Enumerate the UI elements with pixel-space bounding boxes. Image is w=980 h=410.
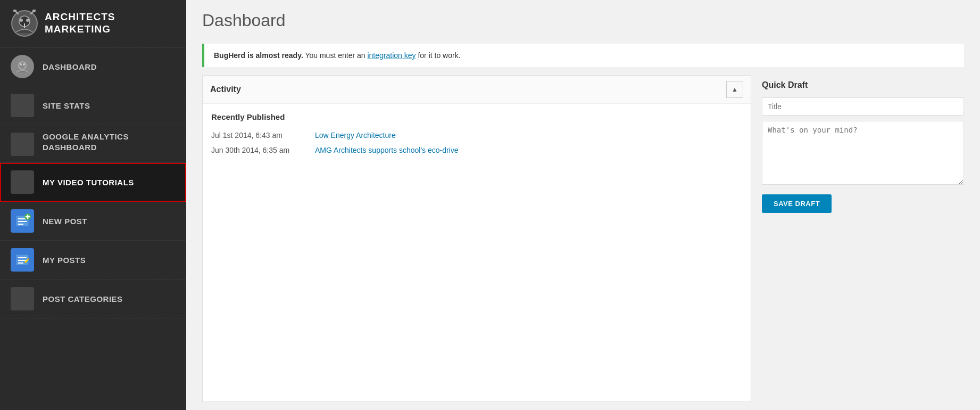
sidebar-item-new-post[interactable]: NEW POST — [0, 202, 186, 241]
quick-draft-panel: Quick Draft SAVE DRAFT — [762, 75, 964, 402]
content-area: BugHerd is almost ready. You must enter … — [186, 36, 980, 410]
activity-widget: Activity ▲ Recently Published Jul 1st 20… — [202, 75, 751, 402]
notice-bold-text: BugHerd is almost ready. — [214, 51, 303, 60]
draft-title-input[interactable] — [762, 97, 964, 116]
page-title: Dashboard — [202, 11, 964, 30]
sidebar-item-my-video-tutorials[interactable]: MY VIDEO TUTORIALS — [0, 163, 186, 202]
notice-integration-link[interactable]: integration key — [367, 51, 416, 60]
logo-text: ARCHITECTS MARKETING — [45, 11, 115, 36]
sidebar-item-label: MY VIDEO TUTORIALS — [43, 178, 134, 187]
activity-link-0[interactable]: Low Energy Architecture — [315, 131, 396, 140]
columns-container: Activity ▲ Recently Published Jul 1st 20… — [202, 75, 964, 402]
sidebar-item-label: MY POSTS — [43, 256, 86, 265]
new-post-icon — [11, 209, 34, 233]
sidebar-item-label: NEW POST — [43, 217, 87, 226]
sidebar-item-label: POST CATEGORIES — [43, 294, 123, 304]
my-posts-icon — [11, 248, 34, 272]
activity-date-0: Jul 1st 2014, 6:43 am — [211, 131, 304, 140]
activity-row: Jun 30th 2014, 6:35 am AMG Architects su… — [211, 143, 742, 158]
google-analytics-icon — [11, 133, 34, 156]
page-header: Dashboard — [186, 0, 980, 36]
sidebar-item-label: SITE STATS — [43, 101, 90, 110]
save-draft-button[interactable]: SAVE DRAFT — [762, 194, 832, 213]
widget-title: Activity — [210, 85, 241, 94]
svg-point-8 — [23, 63, 25, 65]
main-content: Dashboard BugHerd is almost ready. You m… — [186, 0, 980, 410]
sidebar-item-my-posts[interactable]: MY POSTS — [0, 241, 186, 280]
quick-draft-title: Quick Draft — [762, 75, 964, 97]
draft-content-textarea[interactable] — [762, 121, 964, 185]
collapse-icon: ▲ — [732, 86, 738, 93]
logo-icon — [11, 10, 38, 37]
sidebar-logo: ARCHITECTS MARKETING — [0, 0, 186, 47]
widget-collapse-button[interactable]: ▲ — [726, 81, 743, 98]
recently-published-heading: Recently Published — [211, 112, 742, 121]
svg-point-7 — [20, 63, 22, 65]
activity-row: Jul 1st 2014, 6:43 am Low Energy Archite… — [211, 128, 742, 143]
my-video-tutorials-icon — [11, 170, 34, 194]
notice-before-link: You must enter an — [305, 51, 367, 60]
svg-point-3 — [26, 19, 29, 22]
sidebar-nav: DASHBOARD SITE STATS GOOGLE ANALYTICS DA… — [0, 47, 186, 410]
sidebar-item-google-analytics[interactable]: GOOGLE ANALYTICS DASHBOARD — [0, 125, 186, 163]
post-categories-icon — [11, 287, 34, 310]
sidebar-item-label: DASHBOARD — [43, 62, 97, 71]
activity-link-1[interactable]: AMG Architects supports school's eco-dri… — [315, 146, 459, 154]
dashboard-icon — [11, 55, 34, 78]
svg-point-6 — [19, 62, 26, 69]
svg-point-2 — [20, 19, 23, 22]
site-stats-icon — [11, 94, 34, 117]
activity-date-1: Jun 30th 2014, 6:35 am — [211, 146, 304, 154]
sidebar-item-site-stats[interactable]: SITE STATS — [0, 86, 186, 125]
widget-header: Activity ▲ — [203, 76, 751, 104]
sidebar: ARCHITECTS MARKETING DASHBOARD SITE STAT… — [0, 0, 186, 410]
notice-after-link: for it to work. — [418, 51, 460, 60]
sidebar-item-dashboard[interactable]: DASHBOARD — [0, 47, 186, 86]
sidebar-item-label: GOOGLE ANALYTICS DASHBOARD — [43, 132, 129, 152]
widget-body: Recently Published Jul 1st 2014, 6:43 am… — [203, 104, 751, 166]
sidebar-item-post-categories[interactable]: POST CATEGORIES — [0, 280, 186, 318]
notice-bar: BugHerd is almost ready. You must enter … — [202, 44, 964, 67]
